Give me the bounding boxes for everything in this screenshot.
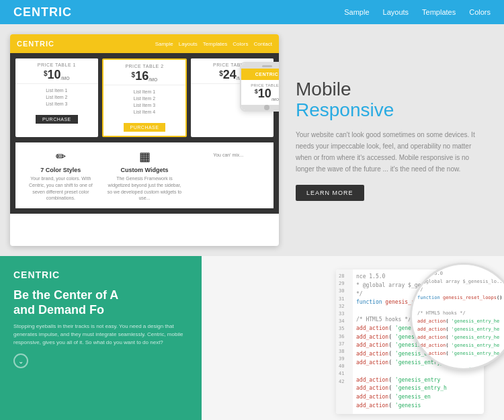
browser-nav-colors: Colors xyxy=(233,41,248,47)
right-panel: Mobile Responsive Your website can't loo… xyxy=(279,24,504,256)
price-card-2: PRICE TABLE 2 $16/MO List Item 1 List It… xyxy=(102,58,187,137)
paint-icon: ✏ xyxy=(22,149,99,164)
price-card-2-header: PRICE TABLE 2 $16/MO xyxy=(103,60,186,85)
phone-price-card: PRICE TABLE 1 $10/MO xyxy=(241,80,279,105)
phone-mockup: CENTRIC PRICE TABLE 1 $10/MO xyxy=(240,62,279,112)
price-card-2-item-2: List Item 2 xyxy=(108,96,182,101)
phone-screen: CENTRIC PRICE TABLE 1 $10/MO xyxy=(241,69,279,105)
purchase-btn-1[interactable]: PURCHASE xyxy=(36,115,78,124)
panel-title-line1: Mobile xyxy=(296,79,351,99)
feature-color-styles: ✏ 7 Color Styles Your brand, your colors… xyxy=(22,149,99,202)
browser-nav: Sample Layouts Templates Colors Contact xyxy=(155,41,272,47)
feature-3-text: You can' mix... xyxy=(190,152,267,159)
bottom-left-section: CENTRIC Be the Center of A and Demand Fo… xyxy=(0,256,202,420)
nav-templates[interactable]: Templates xyxy=(422,8,456,16)
bottom-area: CENTRIC Be the Center of A and Demand Fo… xyxy=(0,256,504,420)
phone-speaker xyxy=(262,65,272,67)
scroll-down-button[interactable]: ⌄ xyxy=(13,353,28,368)
nav-colors[interactable]: Colors xyxy=(469,8,491,16)
price-card-1-label: PRICE TABLE 1 xyxy=(19,62,94,67)
feature-3: You can' mix... xyxy=(190,149,267,202)
phone-home-button xyxy=(264,105,269,110)
price-card-1-item-3: List Item 3 xyxy=(19,101,94,106)
widget-icon: ▦ xyxy=(106,149,183,164)
phone-logo: CENTRIC xyxy=(245,72,279,77)
price-card-2-label: PRICE TABLE 2 xyxy=(108,64,182,69)
nav-sample[interactable]: Sample xyxy=(344,8,369,16)
phone-price: $10/MO xyxy=(245,87,279,101)
price-tables-row: PRICE TABLE 1 $10/MO List Item 1 List It… xyxy=(15,58,274,137)
price-card-1-body: List Item 1 List Item 2 List Item 3 xyxy=(15,84,98,112)
phone-body: CENTRIC PRICE TABLE 1 $10/MO xyxy=(240,62,279,112)
top-nav: CENTRIC Sample Layouts Templates Colors xyxy=(0,0,504,24)
browser-inner: PRICE TABLE 1 $10/MO List Item 1 List It… xyxy=(10,53,279,214)
feature-2-text: The Genesis Framework is widgetized beyo… xyxy=(106,175,183,202)
browser-nav-sample: Sample xyxy=(155,41,173,47)
bottom-logo: CENTRIC xyxy=(13,269,188,280)
browser-logo: CENTRIC xyxy=(17,40,54,48)
nav-logo: CENTRIC xyxy=(13,5,72,19)
phone-bottom-bar xyxy=(241,105,279,110)
price-card-2-item-1: List Item 1 xyxy=(108,89,182,94)
price-card-1-item-2: List Item 2 xyxy=(19,95,94,99)
browser-mockup: CENTRIC Sample Layouts Templates Colors … xyxy=(10,34,279,246)
features-row: ✏ 7 Color Styles Your brand, your colors… xyxy=(15,142,274,208)
price-card-1: PRICE TABLE 1 $10/MO List Item 1 List It… xyxy=(15,58,98,137)
panel-body: Your website can't look good sometimes o… xyxy=(296,129,487,175)
browser-nav-templates: Templates xyxy=(203,41,227,47)
price-card-2-item-4: List Item 4 xyxy=(108,110,182,114)
price-card-2-footer: PURCHASE xyxy=(103,120,186,136)
price-card-1-header: PRICE TABLE 1 $10/MO xyxy=(15,58,98,84)
browser-nav-contact: Contact xyxy=(253,41,272,47)
browser-nav-layouts: Layouts xyxy=(179,41,198,47)
feature-1-text: Your brand, your colors. With Centric, y… xyxy=(22,175,99,202)
nav-links: Sample Layouts Templates Colors xyxy=(344,8,491,16)
price-card-1-price: $10/MO xyxy=(19,69,94,81)
browser-bar: CENTRIC Sample Layouts Templates Colors … xyxy=(10,34,279,53)
code-section: 282930313233343536373839404142 nce 1.5.0… xyxy=(202,256,504,420)
main-area: CENTRIC Sample Layouts Templates Colors … xyxy=(0,24,504,256)
panel-title: Mobile Responsive xyxy=(296,79,487,121)
price-card-2-body: List Item 1 List Item 2 List Item 3 List… xyxy=(103,85,186,120)
price-card-1-item-1: List Item 1 xyxy=(19,88,94,93)
feature-2-title: Custom Widgets xyxy=(106,167,183,173)
bottom-text: Stopping eyeballs in their tracks is not… xyxy=(13,323,188,347)
price-card-1-footer: PURCHASE xyxy=(15,112,98,128)
learn-more-button[interactable]: LEARN MORE xyxy=(296,185,364,201)
phone-header: CENTRIC xyxy=(241,69,279,80)
purchase-btn-2[interactable]: PURCHASE xyxy=(124,123,166,132)
magnifier-code: nce 1.5.0 * @global array $_genesis_lo..… xyxy=(412,265,504,370)
line-numbers: 282930313233343536373839404142 xyxy=(336,269,353,414)
price-card-2-item-3: List Item 3 xyxy=(108,103,182,108)
nav-layouts[interactable]: Layouts xyxy=(383,8,409,16)
feature-custom-widgets: ▦ Custom Widgets The Genesis Framework i… xyxy=(106,149,183,202)
panel-title-line2: Responsive xyxy=(296,99,394,120)
phone-top-bar xyxy=(241,63,279,69)
price-card-2-price: $16/MO xyxy=(108,70,182,82)
feature-1-title: 7 Color Styles xyxy=(22,167,99,173)
bottom-title: Be the Center of A and Demand Fo xyxy=(13,288,188,317)
